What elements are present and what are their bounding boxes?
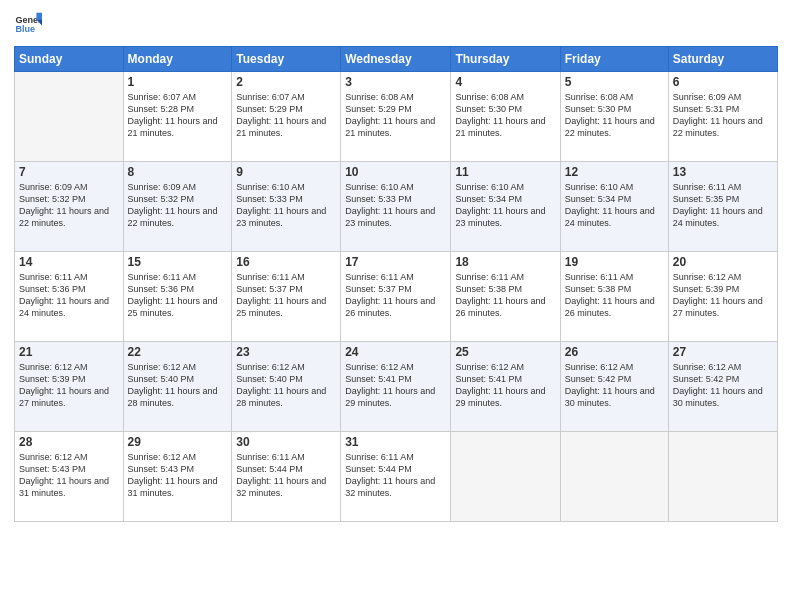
calendar-week-1: 1Sunrise: 6:07 AMSunset: 5:28 PMDaylight… [15, 72, 778, 162]
calendar-cell: 15Sunrise: 6:11 AMSunset: 5:36 PMDayligh… [123, 252, 232, 342]
calendar-header-sunday: Sunday [15, 47, 124, 72]
day-number: 26 [565, 345, 664, 359]
cell-info: Sunrise: 6:09 AMSunset: 5:32 PMDaylight:… [128, 182, 218, 228]
calendar-cell: 8Sunrise: 6:09 AMSunset: 5:32 PMDaylight… [123, 162, 232, 252]
svg-text:Blue: Blue [15, 24, 35, 34]
cell-info: Sunrise: 6:11 AMSunset: 5:36 PMDaylight:… [19, 272, 109, 318]
cell-info: Sunrise: 6:08 AMSunset: 5:29 PMDaylight:… [345, 92, 435, 138]
day-number: 12 [565, 165, 664, 179]
day-number: 21 [19, 345, 119, 359]
cell-info: Sunrise: 6:10 AMSunset: 5:33 PMDaylight:… [345, 182, 435, 228]
day-number: 2 [236, 75, 336, 89]
cell-info: Sunrise: 6:11 AMSunset: 5:35 PMDaylight:… [673, 182, 763, 228]
day-number: 24 [345, 345, 446, 359]
calendar-cell: 13Sunrise: 6:11 AMSunset: 5:35 PMDayligh… [668, 162, 777, 252]
day-number: 25 [455, 345, 555, 359]
calendar-cell: 23Sunrise: 6:12 AMSunset: 5:40 PMDayligh… [232, 342, 341, 432]
day-number: 13 [673, 165, 773, 179]
calendar-cell: 20Sunrise: 6:12 AMSunset: 5:39 PMDayligh… [668, 252, 777, 342]
calendar-cell: 30Sunrise: 6:11 AMSunset: 5:44 PMDayligh… [232, 432, 341, 522]
cell-info: Sunrise: 6:12 AMSunset: 5:39 PMDaylight:… [673, 272, 763, 318]
header: General Blue [14, 10, 778, 38]
cell-info: Sunrise: 6:12 AMSunset: 5:43 PMDaylight:… [128, 452, 218, 498]
calendar-cell [15, 72, 124, 162]
cell-info: Sunrise: 6:12 AMSunset: 5:41 PMDaylight:… [455, 362, 545, 408]
calendar-header-friday: Friday [560, 47, 668, 72]
day-number: 1 [128, 75, 228, 89]
day-number: 5 [565, 75, 664, 89]
calendar-header-saturday: Saturday [668, 47, 777, 72]
day-number: 7 [19, 165, 119, 179]
cell-info: Sunrise: 6:07 AMSunset: 5:29 PMDaylight:… [236, 92, 326, 138]
calendar-header-tuesday: Tuesday [232, 47, 341, 72]
day-number: 23 [236, 345, 336, 359]
cell-info: Sunrise: 6:09 AMSunset: 5:32 PMDaylight:… [19, 182, 109, 228]
calendar-cell [560, 432, 668, 522]
calendar-cell: 5Sunrise: 6:08 AMSunset: 5:30 PMDaylight… [560, 72, 668, 162]
logo: General Blue [14, 10, 46, 38]
calendar-week-3: 14Sunrise: 6:11 AMSunset: 5:36 PMDayligh… [15, 252, 778, 342]
calendar-cell: 11Sunrise: 6:10 AMSunset: 5:34 PMDayligh… [451, 162, 560, 252]
day-number: 27 [673, 345, 773, 359]
calendar-cell: 26Sunrise: 6:12 AMSunset: 5:42 PMDayligh… [560, 342, 668, 432]
main-container: General Blue SundayMondayTuesdayWednesda… [0, 0, 792, 612]
cell-info: Sunrise: 6:11 AMSunset: 5:36 PMDaylight:… [128, 272, 218, 318]
cell-info: Sunrise: 6:10 AMSunset: 5:33 PMDaylight:… [236, 182, 326, 228]
calendar-cell [668, 432, 777, 522]
calendar-cell: 16Sunrise: 6:11 AMSunset: 5:37 PMDayligh… [232, 252, 341, 342]
day-number: 17 [345, 255, 446, 269]
cell-info: Sunrise: 6:11 AMSunset: 5:38 PMDaylight:… [455, 272, 545, 318]
day-number: 30 [236, 435, 336, 449]
calendar-header-wednesday: Wednesday [341, 47, 451, 72]
cell-info: Sunrise: 6:12 AMSunset: 5:40 PMDaylight:… [128, 362, 218, 408]
cell-info: Sunrise: 6:12 AMSunset: 5:40 PMDaylight:… [236, 362, 326, 408]
cell-info: Sunrise: 6:12 AMSunset: 5:43 PMDaylight:… [19, 452, 109, 498]
day-number: 19 [565, 255, 664, 269]
calendar-header-monday: Monday [123, 47, 232, 72]
calendar-cell: 1Sunrise: 6:07 AMSunset: 5:28 PMDaylight… [123, 72, 232, 162]
cell-info: Sunrise: 6:11 AMSunset: 5:37 PMDaylight:… [236, 272, 326, 318]
calendar-week-2: 7Sunrise: 6:09 AMSunset: 5:32 PMDaylight… [15, 162, 778, 252]
cell-info: Sunrise: 6:10 AMSunset: 5:34 PMDaylight:… [455, 182, 545, 228]
day-number: 14 [19, 255, 119, 269]
calendar-cell: 7Sunrise: 6:09 AMSunset: 5:32 PMDaylight… [15, 162, 124, 252]
calendar-cell [451, 432, 560, 522]
calendar-cell: 14Sunrise: 6:11 AMSunset: 5:36 PMDayligh… [15, 252, 124, 342]
calendar-cell: 27Sunrise: 6:12 AMSunset: 5:42 PMDayligh… [668, 342, 777, 432]
day-number: 28 [19, 435, 119, 449]
day-number: 15 [128, 255, 228, 269]
calendar-week-4: 21Sunrise: 6:12 AMSunset: 5:39 PMDayligh… [15, 342, 778, 432]
day-number: 9 [236, 165, 336, 179]
cell-info: Sunrise: 6:07 AMSunset: 5:28 PMDaylight:… [128, 92, 218, 138]
calendar-cell: 3Sunrise: 6:08 AMSunset: 5:29 PMDaylight… [341, 72, 451, 162]
calendar-cell: 24Sunrise: 6:12 AMSunset: 5:41 PMDayligh… [341, 342, 451, 432]
calendar-header-row: SundayMondayTuesdayWednesdayThursdayFrid… [15, 47, 778, 72]
calendar-cell: 18Sunrise: 6:11 AMSunset: 5:38 PMDayligh… [451, 252, 560, 342]
calendar-week-5: 28Sunrise: 6:12 AMSunset: 5:43 PMDayligh… [15, 432, 778, 522]
cell-info: Sunrise: 6:09 AMSunset: 5:31 PMDaylight:… [673, 92, 763, 138]
day-number: 29 [128, 435, 228, 449]
calendar-cell: 10Sunrise: 6:10 AMSunset: 5:33 PMDayligh… [341, 162, 451, 252]
calendar-cell: 4Sunrise: 6:08 AMSunset: 5:30 PMDaylight… [451, 72, 560, 162]
cell-info: Sunrise: 6:12 AMSunset: 5:42 PMDaylight:… [565, 362, 655, 408]
day-number: 20 [673, 255, 773, 269]
calendar-cell: 2Sunrise: 6:07 AMSunset: 5:29 PMDaylight… [232, 72, 341, 162]
calendar-cell: 29Sunrise: 6:12 AMSunset: 5:43 PMDayligh… [123, 432, 232, 522]
day-number: 18 [455, 255, 555, 269]
calendar-cell: 28Sunrise: 6:12 AMSunset: 5:43 PMDayligh… [15, 432, 124, 522]
calendar-table: SundayMondayTuesdayWednesdayThursdayFrid… [14, 46, 778, 522]
day-number: 8 [128, 165, 228, 179]
calendar-cell: 19Sunrise: 6:11 AMSunset: 5:38 PMDayligh… [560, 252, 668, 342]
calendar-cell: 21Sunrise: 6:12 AMSunset: 5:39 PMDayligh… [15, 342, 124, 432]
cell-info: Sunrise: 6:12 AMSunset: 5:39 PMDaylight:… [19, 362, 109, 408]
cell-info: Sunrise: 6:10 AMSunset: 5:34 PMDaylight:… [565, 182, 655, 228]
day-number: 10 [345, 165, 446, 179]
calendar-cell: 9Sunrise: 6:10 AMSunset: 5:33 PMDaylight… [232, 162, 341, 252]
calendar-cell: 17Sunrise: 6:11 AMSunset: 5:37 PMDayligh… [341, 252, 451, 342]
day-number: 31 [345, 435, 446, 449]
cell-info: Sunrise: 6:11 AMSunset: 5:44 PMDaylight:… [345, 452, 435, 498]
cell-info: Sunrise: 6:08 AMSunset: 5:30 PMDaylight:… [565, 92, 655, 138]
day-number: 6 [673, 75, 773, 89]
day-number: 3 [345, 75, 446, 89]
day-number: 11 [455, 165, 555, 179]
